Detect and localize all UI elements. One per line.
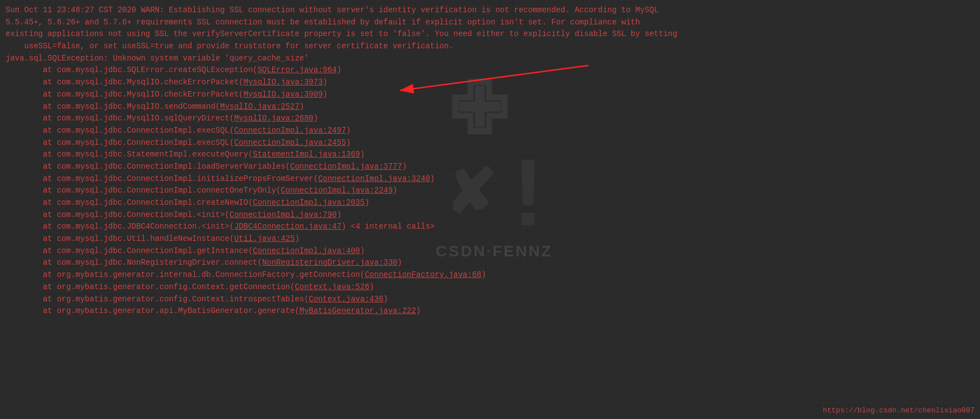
log-suffix: )	[314, 114, 318, 123]
log-text: at com.mysql.jdbc.ConnectionImpl.execSQL…	[6, 138, 234, 147]
log-suffix: )	[346, 138, 350, 147]
log-suffix: )	[346, 126, 350, 135]
log-line: Sun Oct 11 23:48:27 CST 2020 WARN: Estab…	[6, 4, 974, 17]
log-line: at com.mysql.jdbc.ConnectionImpl.<init>(…	[6, 209, 974, 221]
log-suffix: )	[430, 174, 435, 183]
log-line: at org.mybatis.generator.api.MyBatisGene…	[6, 305, 974, 317]
log-line: at com.mysql.jdbc.ConnectionImpl.initial…	[6, 173, 974, 185]
log-line: useSSL=false, or set useSSL=true and pro…	[6, 41, 974, 53]
log-text: at com.mysql.jdbc.ConnectionImpl.loadSer…	[6, 162, 290, 171]
log-line: at com.mysql.jdbc.ConnectionImpl.execSQL…	[6, 137, 974, 149]
log-link[interactable]: ConnectionFactory.java:68	[365, 270, 481, 279]
blog-link[interactable]: https://blog.csdn.net/chenlixiao007	[823, 406, 974, 415]
log-suffix: )	[337, 210, 341, 219]
log-text: at com.mysql.jdbc.MysqlIO.sendCommand(	[6, 102, 220, 111]
log-line: at com.mysql.jdbc.StatementImpl.executeQ…	[6, 149, 974, 161]
log-line: java.sql.SQLException: Unknown system va…	[6, 53, 974, 65]
log-text: at org.mybatis.generator.api.MyBatisGene…	[6, 306, 299, 315]
arrow-annotation	[194, 60, 472, 104]
log-line: at com.mysql.jdbc.ConnectionImpl.getInst…	[6, 245, 974, 258]
log-link[interactable]: ConnectionImpl.java:2497	[234, 126, 346, 135]
log-text: at com.mysql.jdbc.ConnectionImpl.connect…	[6, 186, 281, 195]
log-text: at com.mysql.jdbc.ConnectionImpl.<init>(	[6, 210, 229, 219]
log-suffix: )	[481, 270, 486, 279]
log-line: 5.5.45+, 5.6.26+ and 5.7.6+ requirements…	[6, 17, 974, 29]
log-link[interactable]: ConnectionImpl.java:2249	[281, 186, 393, 195]
log-link[interactable]: StatementImpl.java:1369	[253, 150, 360, 159]
log-link[interactable]: Context.java:526	[295, 282, 369, 291]
log-link[interactable]: NonRegisteringDriver.java:330	[262, 258, 398, 267]
log-link[interactable]: ConnectionImpl.java:3240	[318, 174, 430, 183]
log-line: existing applications not using SSL the …	[6, 28, 974, 41]
log-link[interactable]: ConnectionImpl.java:2455	[234, 138, 346, 147]
log-line: at org.mybatis.generator.config.Context.…	[6, 281, 974, 294]
log-link[interactable]: MysqlIO.java:2680	[234, 114, 314, 123]
log-line: at com.mysql.jdbc.MysqlIO.sqlQueryDirect…	[6, 113, 974, 125]
log-text: at org.mybatis.generator.internal.db.Con…	[6, 270, 365, 279]
log-line: at com.mysql.jdbc.ConnectionImpl.loadSer…	[6, 161, 974, 173]
log-line: at com.mysql.jdbc.ConnectionImpl.createN…	[6, 197, 974, 209]
log-line: at com.mysql.jdbc.MysqlIO.sendCommand(My…	[6, 101, 974, 113]
log-text: at com.mysql.jdbc.NonRegisteringDriver.c…	[6, 258, 262, 267]
log-text: at com.mysql.jdbc.ConnectionImpl.execSQL…	[6, 126, 234, 135]
log-suffix: )	[295, 234, 299, 243]
log-suffix: )	[416, 306, 420, 315]
log-line: at com.mysql.jdbc.SQLError.createSQLExce…	[6, 64, 974, 77]
log-suffix: ) <4 internal calls>	[341, 222, 435, 231]
log-line: at com.mysql.jdbc.JDBC4Connection.<init>…	[6, 221, 974, 233]
log-text: at com.mysql.jdbc.ConnectionImpl.getInst…	[6, 246, 253, 255]
log-line: at org.mybatis.generator.internal.db.Con…	[6, 269, 974, 281]
log-line: at com.mysql.jdbc.NonRegisteringDriver.c…	[6, 257, 974, 269]
log-line: at org.mybatis.generator.config.Context.…	[6, 294, 974, 306]
log-text: at com.mysql.jdbc.ConnectionImpl.initial…	[6, 174, 318, 183]
log-text: at com.mysql.jdbc.Util.handleNewInstance…	[6, 234, 234, 243]
log-suffix: )	[369, 282, 374, 291]
log-text: at org.mybatis.generator.config.Context.…	[6, 282, 295, 291]
log-link[interactable]: ConnectionImpl.java:3777	[290, 162, 403, 171]
log-suffix: )	[402, 162, 406, 171]
log-link[interactable]: Context.java:436	[309, 295, 383, 304]
log-line: at com.mysql.jdbc.MysqlIO.checkErrorPack…	[6, 89, 974, 101]
log-text: at com.mysql.jdbc.ConnectionImpl.createN…	[6, 198, 253, 207]
log-text: at com.mysql.jdbc.StatementImpl.executeQ…	[6, 150, 253, 159]
log-text: at org.mybatis.generator.config.Context.…	[6, 295, 309, 304]
log-link[interactable]: Util.java:425	[234, 234, 295, 243]
log-link[interactable]: MyBatisGenerator.java:222	[299, 306, 416, 315]
log-suffix: )	[384, 295, 388, 304]
log-suffix: )	[360, 150, 365, 159]
log-suffix: )	[360, 246, 365, 255]
log-suffix: )	[393, 186, 397, 195]
log-line: at com.mysql.jdbc.ConnectionImpl.connect…	[6, 185, 974, 197]
log-link[interactable]: ConnectionImpl.java:2035	[253, 198, 365, 207]
log-text: at com.mysql.jdbc.MysqlIO.sqlQueryDirect…	[6, 114, 234, 123]
log-text: at com.mysql.jdbc.JDBC4Connection.<init>…	[6, 222, 234, 231]
log-link[interactable]: ConnectionImpl.java:790	[229, 210, 336, 219]
log-link[interactable]: ConnectionImpl.java:400	[253, 246, 360, 255]
log-suffix: )	[365, 198, 369, 207]
log-suffix: )	[398, 258, 402, 267]
log-line: at com.mysql.jdbc.Util.handleNewInstance…	[6, 233, 974, 245]
log-link[interactable]: JDBC4Connection.java:47	[234, 222, 341, 231]
console-output: Sun Oct 11 23:48:27 CST 2020 WARN: Estab…	[6, 4, 974, 317]
log-line: at com.mysql.jdbc.ConnectionImpl.execSQL…	[6, 125, 974, 137]
